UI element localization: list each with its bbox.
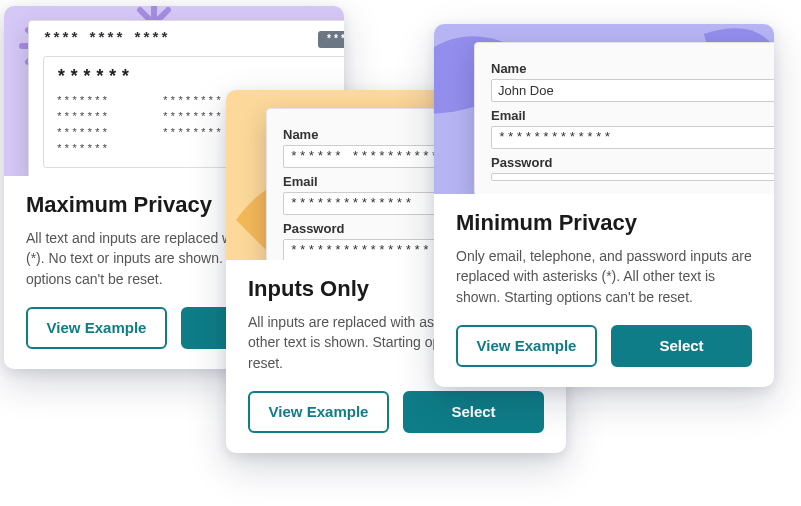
button-row: View Example Select [456, 325, 752, 367]
stage: **** **** **** ***** ****** ******* ****… [0, 0, 801, 506]
email-field: ************* [491, 126, 774, 149]
view-example-button[interactable]: View Example [456, 325, 597, 367]
view-example-button[interactable]: View Example [26, 307, 167, 349]
name-field: John Doe [491, 79, 774, 102]
name-label: Name [491, 61, 774, 76]
password-label: Password [491, 155, 774, 170]
masked-cell: ******* [56, 127, 144, 139]
masked-cell: ******* [56, 143, 144, 155]
masked-cell: ******* [56, 111, 144, 123]
form-mock: Name John Doe Email ************* Passwo… [474, 42, 774, 194]
select-button[interactable]: Select [403, 391, 544, 433]
button-label: Select [451, 403, 495, 420]
button-label: View Example [477, 337, 577, 354]
email-label: Email [491, 108, 774, 123]
card-body: Minimum Privacy Only email, telephone, a… [434, 194, 774, 387]
button-label: Select [659, 337, 703, 354]
button-label: View Example [269, 403, 369, 420]
masked-title: **** **** **** [43, 31, 169, 48]
password-field [491, 173, 774, 181]
card-title: Minimum Privacy [456, 210, 752, 236]
button-row: View Example Select [248, 391, 544, 433]
masked-badge: ***** [318, 31, 344, 48]
view-example-button[interactable]: View Example [248, 391, 389, 433]
card-hero: Name John Doe Email ************* Passwo… [434, 24, 774, 194]
masked-cell: ******* [56, 95, 144, 107]
masked-heading: ****** [56, 67, 344, 87]
privacy-card-minimum: Name John Doe Email ************* Passwo… [434, 24, 774, 387]
button-label: View Example [47, 319, 147, 336]
select-button[interactable]: Select [611, 325, 752, 367]
card-description: Only email, telephone, and password inpu… [456, 246, 752, 307]
